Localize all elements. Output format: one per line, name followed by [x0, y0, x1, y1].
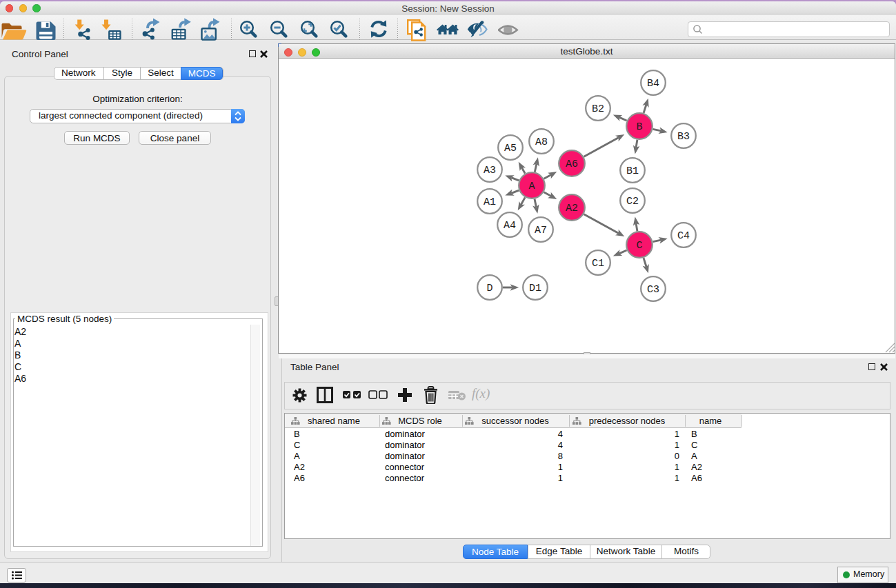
svg-text:D: D — [486, 283, 492, 294]
svg-text:B4: B4 — [647, 78, 659, 90]
svg-text:D1: D1 — [529, 283, 541, 294]
svg-text:B2: B2 — [592, 103, 604, 115]
svg-text:A6: A6 — [566, 159, 578, 170]
svg-text:A5: A5 — [504, 143, 517, 154]
svg-text:A2: A2 — [566, 203, 578, 214]
svg-text:A1: A1 — [484, 196, 496, 208]
svg-text:A4: A4 — [504, 220, 516, 232]
svg-text:B1: B1 — [626, 165, 639, 177]
svg-text:A3: A3 — [484, 165, 496, 176]
svg-text:A7: A7 — [535, 225, 547, 236]
svg-text:C: C — [636, 240, 642, 252]
svg-text:B: B — [636, 121, 642, 133]
svg-text:B3: B3 — [677, 131, 690, 143]
svg-text:A: A — [528, 181, 535, 192]
svg-text:C4: C4 — [677, 230, 690, 242]
svg-text:A8: A8 — [535, 136, 548, 148]
svg-text:C3: C3 — [647, 284, 659, 296]
svg-text:C1: C1 — [592, 258, 604, 270]
svg-text:C2: C2 — [626, 196, 639, 207]
